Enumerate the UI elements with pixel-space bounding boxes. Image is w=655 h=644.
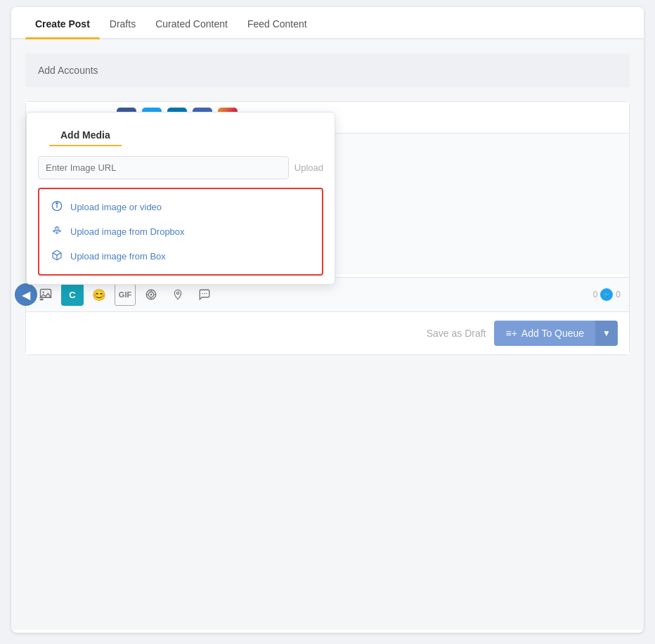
upload-dropbox-label: Upload image from Dropbox	[70, 226, 185, 237]
nav-tabs: Create Post Drafts Curated Content Feed …	[11, 7, 644, 39]
upload-options-list: Upload image or video Upload image from …	[38, 188, 323, 276]
upload-video-label: Upload image or video	[70, 202, 162, 212]
message-toolbar-icon[interactable]	[193, 283, 216, 306]
tab-feed-content[interactable]: Feed Content	[238, 7, 317, 38]
inline-upload-button[interactable]: Upload	[294, 162, 323, 173]
upload-video-icon	[51, 200, 63, 214]
upload-image-video-option[interactable]: Upload image or video	[48, 195, 313, 219]
tab-curated-content[interactable]: Curated Content	[145, 7, 238, 38]
tab-create-post[interactable]: Create Post	[25, 7, 100, 38]
location-toolbar-icon[interactable]	[167, 283, 189, 306]
svg-point-11	[176, 292, 179, 294]
add-to-queue-button[interactable]: ≡+ Add To Queue	[494, 321, 595, 346]
add-accounts-bar[interactable]: Add Accounts	[25, 53, 630, 87]
emoji-toolbar-icon[interactable]: 😊	[88, 283, 110, 306]
svg-marker-1	[41, 293, 51, 297]
svg-point-12	[202, 293, 203, 295]
svg-point-2	[42, 291, 44, 293]
svg-rect-3	[40, 299, 44, 301]
svg-point-14	[206, 293, 207, 295]
image-url-input[interactable]	[38, 156, 289, 179]
upload-box-option[interactable]: Upload image from Box	[48, 244, 313, 269]
add-media-popup: Add Media Upload	[26, 112, 335, 285]
twitter-count-badge: 🐦	[600, 288, 613, 301]
save-draft-button[interactable]: Save as Draft	[427, 328, 486, 339]
box-icon	[51, 250, 63, 263]
media-toolbar-icon[interactable]	[34, 283, 57, 306]
left-circle-button[interactable]: ◀	[15, 283, 37, 306]
editor-toolbar: ◀ C 😊 GIF	[26, 277, 629, 311]
svg-point-13	[204, 293, 205, 295]
content-area: Add Accounts Original Draft f 🐦 in f 📷	[11, 39, 644, 630]
char-count: 0 🐦 0	[593, 288, 621, 301]
c-toolbar-icon[interactable]: C	[61, 283, 84, 306]
target-toolbar-icon[interactable]	[140, 283, 162, 306]
url-row: Upload	[38, 156, 323, 179]
tw-count-value: 0	[616, 290, 621, 300]
add-queue-icon: ≡+	[505, 328, 517, 339]
upload-dropbox-option[interactable]: Upload image from Dropbox	[48, 219, 313, 244]
add-media-title: Add Media	[49, 121, 122, 146]
add-accounts-label: Add Accounts	[38, 65, 98, 76]
svg-point-6	[150, 294, 152, 295]
dropbox-icon	[51, 225, 63, 238]
tab-drafts[interactable]: Drafts	[100, 7, 145, 38]
char-count-value: 0	[593, 290, 598, 300]
add-to-queue-group: ≡+ Add To Queue ▼	[494, 321, 618, 346]
main-container: Create Post Drafts Curated Content Feed …	[11, 7, 644, 633]
gif-toolbar-icon[interactable]: GIF	[115, 283, 136, 306]
action-row: Save as Draft ≡+ Add To Queue ▼	[26, 311, 629, 354]
add-queue-label: Add To Queue	[521, 328, 584, 339]
add-queue-dropdown-button[interactable]: ▼	[595, 321, 618, 346]
upload-box-label: Upload image from Box	[70, 251, 166, 262]
editor-panel: Original Draft f 🐦 in f 📷 ◀	[25, 101, 630, 355]
